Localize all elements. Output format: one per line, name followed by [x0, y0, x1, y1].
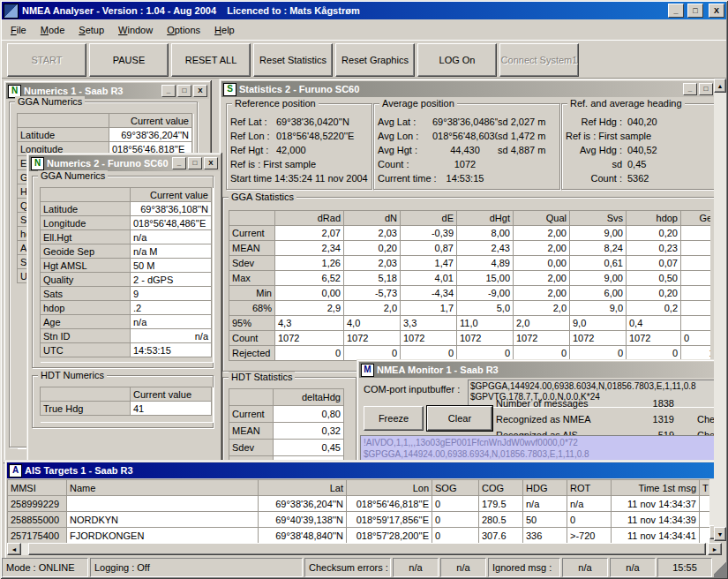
- menu-options[interactable]: Options: [160, 22, 207, 38]
- cell: 258999229: [8, 496, 67, 512]
- ref-is-row: Ref is : First sample: [562, 129, 714, 143]
- main-titlebar[interactable]: NMEA Analyser - Version : 1.04 - Aug 200…: [2, 2, 726, 19]
- scroll-down-icon[interactable]: ▼: [714, 527, 726, 541]
- cell: Rejected: [229, 346, 275, 361]
- close-icon[interactable]: X: [204, 157, 218, 169]
- minimize-icon[interactable]: _: [683, 83, 697, 95]
- cell: 11 nov 14:34:37: [612, 496, 700, 512]
- column-header: dHgt: [457, 211, 514, 226]
- column-header: Qual: [514, 211, 570, 226]
- group-label: GGA Numerics: [38, 170, 108, 182]
- logging-status: Logging : Off: [90, 558, 303, 577]
- table-row[interactable]: 257175400FJORDKONGEN69°38'48,840''N018°5…: [8, 528, 710, 544]
- cell: 6,52: [275, 271, 344, 286]
- scrollbar-thumb[interactable]: [28, 543, 706, 555]
- cell: 2,0: [344, 301, 401, 316]
- cell: [681, 256, 711, 271]
- ais-horizontal-scrollbar[interactable]: ◄ ►: [7, 543, 722, 555]
- scroll-right-icon[interactable]: ►: [708, 543, 722, 555]
- mdi-vertical-scrollbar[interactable]: ▲ ▼: [714, 79, 726, 541]
- numerics2-hdt-group: HDT Numerics Current valueTrue Hdg41: [32, 375, 214, 428]
- cell: 95%: [229, 316, 275, 331]
- cell: 0,07: [627, 256, 681, 271]
- cell: 2,03: [344, 226, 401, 241]
- menu-help[interactable]: Help: [207, 22, 242, 38]
- table-row: Latitude69°38'36,204''N: [18, 128, 192, 142]
- maximize-icon[interactable]: □: [699, 83, 713, 95]
- menu-window[interactable]: Window: [111, 22, 160, 38]
- cell: 69°38'48,840''N: [259, 528, 347, 544]
- column-header: SOG: [432, 480, 479, 496]
- cell: -9,00: [457, 286, 514, 301]
- reset-statistics-button[interactable]: Reset Statistics: [253, 43, 333, 77]
- column-header: [229, 389, 274, 406]
- clear-button[interactable]: Clear: [427, 406, 492, 431]
- cell: >-720: [567, 528, 612, 544]
- cell: 0,87: [401, 241, 457, 256]
- cell: -4,34: [401, 286, 457, 301]
- column-header: Time 1st msg: [612, 480, 700, 496]
- maximize-icon[interactable]: □: [687, 4, 703, 18]
- table-row[interactable]: 25899922969°38'36,204''N018°56'46,818''E…: [8, 496, 710, 512]
- monitor-icon: M: [361, 364, 374, 377]
- table-row: Sdev1,262,031,474,890,000,610,07: [229, 256, 711, 271]
- scroll-up-icon[interactable]: ▲: [714, 79, 726, 93]
- cell: Current: [229, 406, 274, 423]
- avg-hgt-row: Avg Hgt :44,430sd 4,887 m: [374, 143, 559, 157]
- resize-grip[interactable]: [714, 558, 726, 577]
- column-header: Current value: [131, 188, 212, 202]
- column-header: dE: [401, 211, 457, 226]
- cell: [681, 241, 711, 256]
- ais-targets-window: A AIS Targets 1 - Saab R3 MMSINameLatLon…: [4, 460, 726, 559]
- cell: [700, 496, 710, 512]
- scroll-left-icon[interactable]: ◄: [7, 543, 21, 555]
- reset-graphics-button[interactable]: Reset Graphics: [335, 43, 415, 77]
- minimize-icon[interactable]: _: [161, 85, 176, 97]
- close-icon[interactable]: X: [193, 85, 207, 97]
- cell: 2,03: [344, 256, 401, 271]
- menu-file[interactable]: File: [4, 22, 34, 38]
- cell: Quality: [41, 273, 131, 287]
- scrollbar-track[interactable]: [714, 93, 726, 527]
- cell: 14:53:15: [131, 343, 212, 357]
- table-row: 95%4,34,03,311,02,09,00,4: [229, 316, 711, 331]
- cell: 1072: [401, 331, 457, 346]
- current-time-row: Current time :14:53:15: [374, 171, 559, 185]
- table-row[interactable]: 258855000NORDKYN69°40'39,138''N018°59'17…: [8, 512, 710, 528]
- cell: Stn ID: [41, 329, 131, 343]
- cell: 0: [567, 512, 612, 528]
- column-header: deltaHdg: [274, 389, 344, 406]
- maximize-icon[interactable]: □: [177, 85, 191, 97]
- menu-mode[interactable]: Mode: [34, 22, 72, 38]
- nmea-monitor-titlebar[interactable]: M NMEA Monitor 1 - Saab R3: [359, 362, 723, 378]
- cell: UTC: [41, 343, 131, 357]
- cell: 1072: [627, 331, 681, 346]
- maximize-icon[interactable]: □: [188, 157, 202, 169]
- close-icon[interactable]: X: [709, 4, 724, 18]
- cell: 258855000: [8, 512, 67, 528]
- statistics2-titlebar[interactable]: S Statistics 2 - Furuno SC60 _ □ X: [221, 81, 726, 97]
- table-row: Rejected00000001072: [229, 346, 711, 361]
- freeze-button[interactable]: Freeze: [364, 406, 424, 431]
- reset-all-button[interactable]: RESET ALL: [171, 43, 251, 77]
- numerics2-titlebar[interactable]: N Numerics 2 - Furuno SC60 _ □ X: [29, 155, 220, 171]
- column-header: MMSI: [8, 480, 67, 496]
- cell: 0,20: [627, 286, 681, 301]
- pause-button[interactable]: PAUSE: [89, 43, 169, 77]
- minimize-icon[interactable]: _: [668, 4, 684, 18]
- cell: [681, 301, 711, 316]
- table-row: Hgt AMSL50 M: [41, 259, 212, 273]
- log-on-button[interactable]: LOG On: [417, 43, 497, 77]
- minimize-icon[interactable]: _: [172, 157, 186, 169]
- scrollbar-track[interactable]: [21, 543, 708, 555]
- cell: 1072: [457, 331, 514, 346]
- cell: -0,39: [401, 226, 457, 241]
- cell: 11 nov 14:34:41: [612, 528, 700, 544]
- numerics2-gga-group: GGA Numerics Current valueLatitude69°38'…: [32, 176, 214, 368]
- cell: 0: [457, 346, 514, 361]
- cell: Sats: [41, 287, 131, 301]
- ais-targets-titlebar[interactable]: A AIS Targets 1 - Saab R3: [7, 462, 726, 478]
- menu-setup[interactable]: Setup: [71, 22, 111, 38]
- cell: 1072: [681, 346, 711, 361]
- table-row: Geoide Sepn/a M: [41, 244, 212, 259]
